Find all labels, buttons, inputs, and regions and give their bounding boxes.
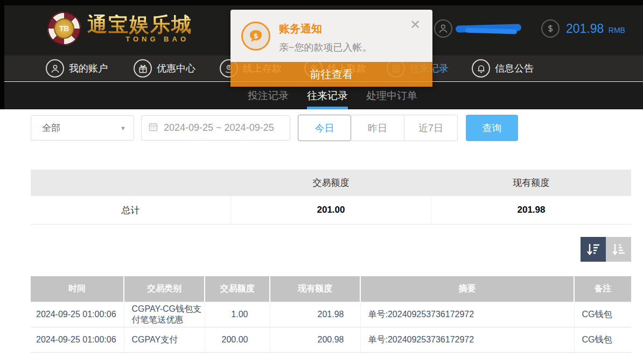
nav-item-announcements[interactable]: 信息公告 [472,55,534,81]
nav-label: 我的账户 [69,62,108,75]
date-range-value: 2024-09-25 ~ 2024-09-25 [164,122,274,134]
cell-note: CG钱包 [574,327,631,352]
search-button[interactable]: 查询 [466,115,518,141]
money-message-icon: $ [241,22,270,51]
summary-header-empty [31,170,231,196]
summary-header-row: 交易额度 现有额度 [31,170,631,196]
table-row: 2024-09-25 01:00:06 CGPAY-CG钱包支付笔笔送优惠 1.… [31,302,631,327]
logo[interactable]: TB 通宝娱乐城 TONG BAO [47,12,192,45]
summary-total-row: 总计 201.00 201.98 [31,196,631,225]
casino-chip-icon: TB [47,12,81,45]
cell-amount: 1.00 [205,302,270,327]
summary-table: 交易额度 现有额度 总计 201.00 201.98 [31,170,631,225]
quick-last7days-button[interactable]: 近7日 [404,115,458,141]
records-table: 时间 交易类别 交易额度 现有额度 摘要 备注 2024-09-25 01:00… [31,276,631,353]
col-header-note: 备注 [574,276,631,302]
chip-tb-label: TB [54,18,74,39]
nav-item-promotions[interactable]: 优惠中心 [134,55,195,81]
bell-icon [472,59,490,78]
brand-name: 通宝娱乐城 [87,15,192,34]
records-header-row: 时间 交易类别 交易额度 现有额度 摘要 备注 [31,276,631,302]
cell-note: CG钱包 [574,302,631,327]
dollar-circle-icon [541,19,560,38]
table-row: 2024-09-25 01:00:06 CGPAY支付 200.00 200.9… [31,327,631,352]
notification-title: 账务通知 [279,22,322,36]
col-header-time: 时间 [31,276,124,302]
quick-button-label: 近7日 [418,122,443,135]
nav-label: 优惠中心 [157,62,195,75]
close-icon[interactable]: ✕ [410,18,421,31]
sort-descending-button[interactable] [581,237,606,262]
quick-button-label: 今日 [315,122,334,135]
nav-item-my-account[interactable]: 我的账户 [46,55,108,81]
col-header-amount: 交易额度 [205,276,270,302]
user-icon [434,19,452,38]
notification-body: $ 账务通知 亲~您的款项已入帐。 ✕ [230,10,432,62]
tab-label: 往来记录 [307,89,348,103]
col-header-summary: 摘要 [360,276,574,302]
tab-label: 投注记录 [248,89,289,103]
notification-popup: $ 账务通知 亲~您的款项已入帐。 ✕ 前往查看 [230,10,432,87]
user-account[interactable] [434,19,521,38]
col-header-balance: 现有额度 [270,276,360,302]
date-range-picker[interactable]: 2024-09-25 ~ 2024-09-25 [141,115,290,141]
col-header-type: 交易类别 [124,276,205,302]
quick-yesterday-button[interactable]: 昨日 [351,115,404,141]
summary-header-current: 现有额度 [431,170,631,196]
type-select-value: 全部 [42,122,60,134]
search-button-label: 查询 [483,122,502,135]
sort-controls [581,237,631,262]
page: TB 通宝娱乐城 TONG BAO 201. [0,0,643,364]
quick-today-button[interactable]: 今日 [298,115,351,141]
summary-total-label: 总计 [31,196,231,224]
gift-icon [134,59,152,78]
cell-amount: 200.00 [205,327,270,352]
type-select[interactable]: 全部 ▼ [31,115,134,141]
sort-ascending-button[interactable] [606,237,631,262]
cell-balance: 201.98 [270,302,360,327]
summary-current-amount: 201.98 [431,196,631,224]
balance-currency: RMB [609,26,625,34]
cell-time: 2024-09-25 01:00:06 [31,327,124,352]
active-tab-underline [307,107,348,109]
cell-time: 2024-09-25 01:00:06 [31,302,124,327]
chevron-down-icon: ▼ [120,125,126,131]
notification-view-button[interactable]: 前往查看 [230,62,432,87]
quick-date-group: 今日 昨日 近7日 [298,115,458,141]
summary-transaction-amount: 201.00 [231,196,431,224]
summary-header-transaction: 交易额度 [231,170,431,196]
svg-text:$: $ [253,32,258,40]
balance[interactable]: 201.98 RMB [541,19,625,38]
account-icon [46,59,64,78]
top-edge-strip [0,0,643,5]
username-redacted [456,24,521,33]
cell-type: CGPAY支付 [124,327,205,352]
cell-summary: 单号:202409253736172972 [360,302,574,327]
tab-label: 处理中订单 [366,89,417,103]
cell-balance: 200.98 [270,327,360,352]
left-edge-strip [0,0,4,109]
nav-label: 信息公告 [495,62,534,75]
balance-amount: 201.98 [566,22,604,36]
cell-summary: 单号:202409253736172972 [360,327,574,352]
notification-view-label: 前往查看 [310,67,353,82]
calendar-icon [148,122,158,135]
brand: 通宝娱乐城 TONG BAO [87,15,192,43]
cell-type: CGPAY-CG钱包支付笔笔送优惠 [124,302,205,327]
quick-button-label: 昨日 [368,122,387,135]
notification-message: 亲~您的款项已入帐。 [279,41,372,54]
brand-subtitle: TONG BAO [125,36,192,43]
